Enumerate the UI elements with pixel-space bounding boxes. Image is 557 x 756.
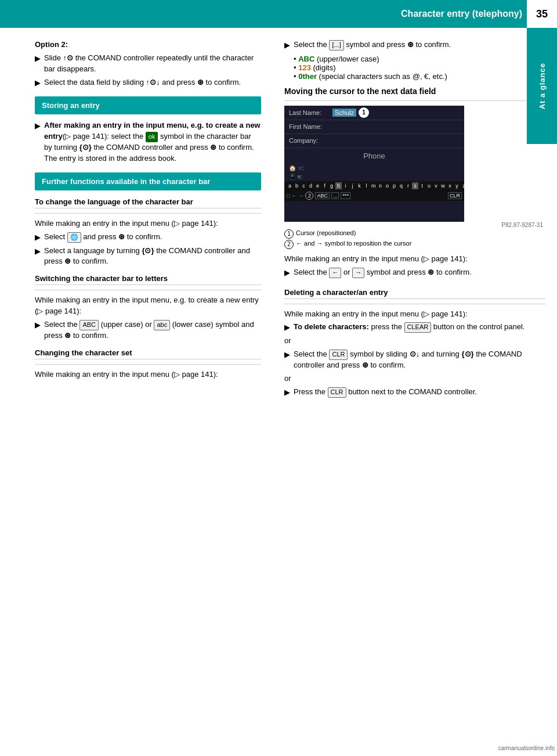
page-number: 35	[536, 8, 548, 20]
bullet-arrow-1: ▶	[35, 53, 41, 75]
while-making-entry: While making an entry in the input menu …	[284, 254, 545, 265]
moving-heading: Moving the cursor to the next data field	[284, 87, 545, 96]
img-ref: P82.87-9287-31	[284, 222, 545, 228]
right-column: ▶ Select the [...] symbol and press ⊛ to…	[278, 39, 545, 401]
caption-text-1: Cursor (repositioned)	[296, 229, 356, 236]
bottom-stars: ***	[341, 192, 350, 199]
char-q: q	[398, 182, 404, 189]
change-lang-heading: To change the language of the character …	[35, 197, 261, 208]
switch-letters-text: Select the ABC (upper case) or abc (lowe…	[44, 319, 261, 341]
last-name-value: Schulz	[332, 109, 356, 117]
char-k: k	[356, 182, 363, 189]
caption-1: 1 Cursor (repositioned)	[284, 229, 545, 239]
changing-charset-intro: While making an entry in the input menu …	[35, 369, 261, 380]
bullet-arrow-6: ▶	[35, 320, 41, 341]
first-name-label: First Name:	[289, 123, 332, 130]
storing-bullet: ▶ After making an entry in the input men…	[35, 120, 261, 164]
screen-phone: Phone	[284, 148, 464, 164]
icon-phone: 📱 ≡:	[289, 174, 302, 180]
divider-2	[35, 290, 261, 290]
char-p: p	[391, 182, 397, 189]
color-item-123: • 123 (digits)	[294, 63, 545, 72]
char-bar: a b c d e f g h i j k l m n o p q r s t	[284, 181, 464, 190]
option2-text-2: Select the data field by sliding ↑⊙↓ and…	[44, 77, 241, 89]
caption-num-1: 1	[284, 229, 294, 239]
screen-icons-row-1: 🏠 ☆:	[284, 164, 464, 172]
char-v: v	[433, 182, 439, 189]
divider-3	[35, 364, 261, 365]
bottom-abc: ABC	[315, 192, 330, 199]
char-u: u	[426, 182, 432, 189]
page-number-box: 35	[527, 0, 557, 28]
bullet-arrow-5: ▶	[35, 246, 41, 268]
char-x: x	[447, 182, 453, 189]
caption-row: 1 Cursor (repositioned) 2 ← and → symbol…	[284, 229, 545, 249]
deleting-intro: While making an entry in the input menu …	[284, 309, 545, 320]
screen-company-row: Company:	[284, 134, 464, 148]
char-r: r	[405, 182, 411, 189]
option2-label: Option 2:	[35, 39, 261, 51]
char-s: s	[412, 182, 418, 189]
char-l: l	[363, 182, 370, 189]
circle-badge-1: 1	[359, 107, 369, 118]
delete-chars-text: To delete characters: press the CLEAR bu…	[294, 322, 525, 333]
select-clr-text: Select the CLR symbol by sliding ⊙↓ and …	[294, 349, 545, 371]
select-confirm-text: Select the ← or → symbol and press ⊛ to …	[294, 267, 472, 279]
press-clr-text: Press the CLR button next to the COMAND …	[294, 387, 477, 398]
char-o: o	[384, 182, 390, 189]
char-z: z	[461, 182, 464, 189]
bullet-arrow-2: ▶	[35, 78, 41, 89]
change-lang-text-2: Select a language by turning {⊙} the COM…	[44, 246, 261, 268]
bullet-arrow-r1: ▶	[284, 40, 290, 51]
storing-text: After making an entry in the input menu,…	[44, 120, 261, 164]
option2-text-1: Slide ↑⊙ the COMAND controller repeatedl…	[44, 53, 261, 75]
char-n: n	[377, 182, 384, 189]
char-f: f	[321, 182, 328, 189]
badge-2: 2	[305, 192, 313, 200]
select-symbol-text: Select the [...] symbol and press ⊛ to c…	[294, 39, 451, 51]
color-item-abc: • ABC (upper/lower case)	[294, 55, 545, 63]
last-name-label: Last Name:	[289, 109, 332, 116]
bottom-bar: □ ← → 2 ABC ... *** CLR	[284, 190, 464, 201]
char-g: g	[328, 182, 335, 189]
screen-last-name-row: Last Name: Schulz 1	[284, 106, 464, 120]
caption-num-2: 2	[284, 240, 294, 249]
deleting-heading: Deleting a character/an entry	[284, 288, 545, 299]
header-bar: Character entry (telephony) 35	[0, 0, 557, 28]
car-screen: Last Name: Schulz 1 First Name: Company:…	[284, 106, 464, 222]
bullet-arrow-r3: ▶	[284, 322, 290, 333]
char-w: w	[440, 182, 446, 189]
caption-2: 2 ← and → symbol to reposition the curso…	[284, 240, 545, 249]
bullet-arrow-r4: ▶	[284, 350, 290, 371]
select-symbol-bullet: ▶ Select the [...] symbol and press ⊛ to…	[284, 39, 545, 51]
or-label-1: or	[284, 336, 545, 347]
icon-arrow-right: →	[298, 193, 303, 199]
icon-arrow-left: ←	[291, 193, 296, 199]
char-b: b	[294, 182, 300, 189]
char-y: y	[454, 182, 460, 189]
main-content: Option 2: ▶ Slide ↑⊙ the COMAND controll…	[0, 28, 557, 412]
screen-first-name-row: First Name:	[284, 120, 464, 134]
char-c: c	[301, 182, 307, 189]
side-tab-label: At a glance	[538, 63, 547, 109]
header-title: Character entry (telephony)	[401, 9, 522, 19]
char-d: d	[308, 182, 314, 189]
or-label-2: or	[284, 373, 545, 384]
delete-chars-bullet: ▶ To delete characters: press the CLEAR …	[284, 322, 545, 333]
char-e: e	[314, 182, 321, 189]
storing-box-label: Storing an entry	[42, 101, 100, 110]
color-items: • ABC (upper/lower case) • 123 (digits) …	[294, 55, 545, 81]
screen-icons-row-2: 📱 ≡:	[284, 172, 464, 181]
bullet-arrow-3: ▶	[35, 121, 41, 164]
char-h: h	[335, 182, 342, 189]
bottom-clr: CLR	[448, 192, 462, 199]
char-m: m	[370, 182, 377, 189]
change-lang-bullet-2: ▶ Select a language by turning {⊙} the C…	[35, 246, 261, 268]
phone-label: Phone	[363, 149, 385, 163]
char-a: a	[287, 182, 293, 189]
icon-house: 🏠 ☆:	[289, 165, 305, 171]
divider-r1	[284, 100, 545, 101]
side-tab: At a glance	[527, 28, 557, 144]
switch-letters-bullet: ▶ Select the ABC (upper case) or abc (lo…	[35, 319, 261, 341]
divider-1	[35, 213, 261, 214]
